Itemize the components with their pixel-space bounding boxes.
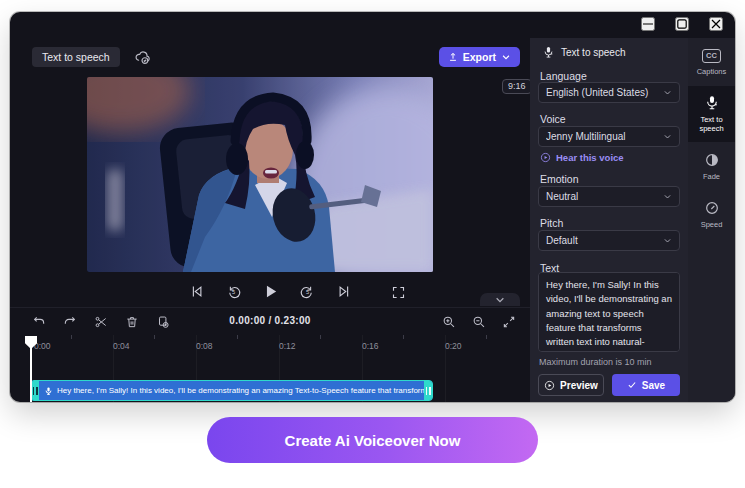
chevron-down-icon [663,132,672,141]
ruler-label: 0:12 [279,341,296,351]
captions-cc-icon: CC [702,49,721,63]
tts-settings-panel: Text to speech Language English (United … [530,38,688,402]
zoom-tools [440,308,517,336]
chevron-down-icon [663,88,672,97]
close-button[interactable] [709,17,723,31]
forward-5-icon: 5 [300,284,315,299]
emotion-label: Emotion [540,173,579,185]
zoom-out-button[interactable] [470,314,487,331]
tts-audio-clip[interactable]: Hey there, I'm Sally! In this video, I'l… [30,380,433,401]
pitch-select[interactable]: Default [538,230,680,251]
ruler-tick [71,335,72,339]
ruler-label: 0:04 [113,341,130,351]
fullscreen-icon [391,285,406,300]
play-circle-icon [540,152,551,163]
zoom-in-icon [442,315,456,329]
language-select[interactable]: English (United States) [538,82,680,103]
export-label: Export [463,52,496,63]
microphone-icon [44,386,53,396]
ruler-tick [154,335,155,339]
preview-label: Preview [560,380,598,391]
timeline-toolbar: 0.00:00 / 0.23:00 [10,307,530,335]
ruler-label: 0:16 [362,341,379,351]
fullscreen-button[interactable] [388,282,408,302]
tool-rail: CC Captions Text to speech Fade [688,38,735,402]
panel-title: Text to speech [561,47,625,58]
voice-select[interactable]: Jenny Multilingual [538,126,680,147]
ruler-tick [403,335,404,339]
window-controls [641,17,723,31]
ruler-label: 0:08 [196,341,213,351]
max-duration-note: Maximum duration is 10 min [539,357,652,367]
maximize-icon [677,19,687,29]
zoom-in-button[interactable] [440,314,457,331]
microphone-icon [543,46,554,59]
check-icon [627,380,637,390]
forward-5-button[interactable]: 5 [297,281,317,301]
ruler-tick [320,335,321,339]
skip-start-button[interactable] [186,281,206,301]
rail-item-fade[interactable]: Fade [688,142,735,190]
svg-text:5: 5 [231,289,234,295]
clip-trim-handle-left[interactable] [31,381,39,400]
clip-trim-handle-right[interactable] [424,381,432,400]
microphone-icon [704,95,720,111]
timeline[interactable]: 0:00 0:04 0:08 0:12 0:16 0:20 Hey there,… [10,335,530,402]
pitch-value: Default [546,235,663,246]
minimize-button[interactable] [641,17,655,31]
save-label: Save [642,380,665,391]
rewind-5-button[interactable]: 5 [223,281,243,301]
play-circle-icon [544,380,555,391]
speed-icon [704,200,720,216]
emotion-select[interactable]: Neutral [538,186,680,207]
voice-label: Voice [540,113,566,125]
rail-item-text-to-speech[interactable]: Text to speech [688,86,735,142]
export-button[interactable]: Export [439,47,520,68]
voice-value: Jenny Multilingual [546,131,663,142]
rail-item-label: Captions [697,67,727,76]
ruler-label: 0:20 [445,341,462,351]
play-icon [262,283,279,300]
title-bar [10,12,735,38]
pitch-label: Pitch [540,217,563,229]
chevron-down-icon [495,296,505,304]
maximize-button[interactable] [675,17,689,31]
save-button[interactable]: Save [612,374,680,396]
chevron-down-icon [663,192,672,201]
hear-this-voice-label: Hear this voice [556,152,624,163]
skip-end-icon [337,284,352,299]
video-preview[interactable] [87,77,433,272]
svg-text:5: 5 [305,289,308,295]
upload-icon [448,52,458,62]
cloud-saved-icon [134,50,151,65]
skip-end-button[interactable] [334,281,354,301]
rail-item-captions[interactable]: CC Captions [688,38,735,86]
rail-item-speed[interactable]: Speed [688,190,735,238]
collapse-preview-button[interactable] [480,293,520,306]
ruler-tick [486,335,487,339]
minimize-icon [643,19,653,29]
clip-caption-text: Hey there, I'm Sally! In this video, I'l… [57,386,424,395]
preview-button[interactable]: Preview [538,374,604,396]
chevron-down-icon [663,236,672,245]
ruler-tick [237,335,238,339]
playback-controls: 5 5 [10,277,530,305]
rewind-5-icon: 5 [226,284,241,299]
rail-item-label: Speed [701,220,723,229]
video-frame-illustration [87,77,433,272]
rail-item-label: Fade [703,172,720,181]
zoom-fit-button[interactable] [500,314,517,331]
tts-text-input[interactable]: Hey there, I'm Sally! In this video, I'l… [538,272,680,352]
create-ai-voiceover-button[interactable]: Create Ai Voiceover Now [207,417,538,463]
close-icon [711,19,721,29]
chevron-down-icon [501,52,511,62]
emotion-value: Neutral [546,191,663,202]
aspect-ratio-badge: 9:16 [502,79,532,94]
rail-item-label: Text to speech [695,115,729,133]
text-to-speech-chip[interactable]: Text to speech [32,47,120,68]
play-button[interactable] [260,281,280,301]
fade-icon [704,152,720,168]
editor-area: Text to speech Export [10,12,530,402]
language-value: English (United States) [546,87,663,98]
hear-this-voice-link[interactable]: Hear this voice [540,152,624,163]
